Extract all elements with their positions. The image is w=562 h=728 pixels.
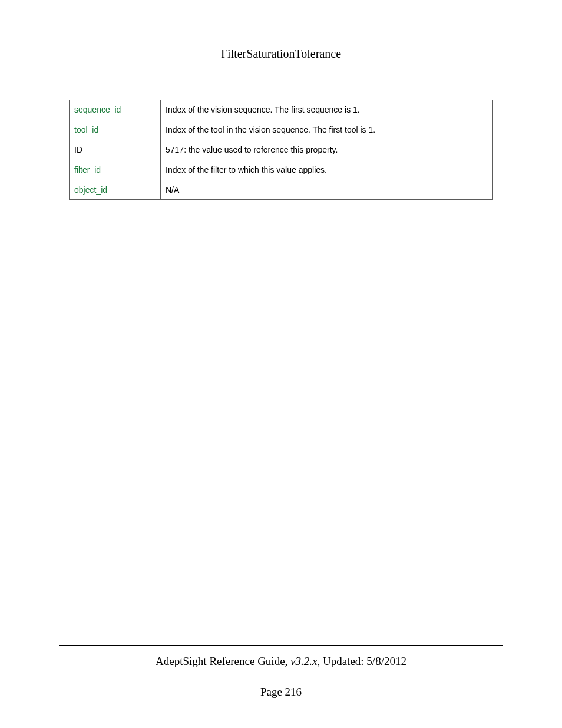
value-tool-id: Index of the tool in the vision sequence…: [161, 120, 493, 140]
table-row: filter_id Index of the filter to which t…: [70, 160, 493, 180]
footer-version: , v3.2.x: [285, 655, 318, 667]
page-footer: AdeptSight Reference Guide, v3.2.x, Upda…: [59, 645, 503, 699]
table-row: ID 5717: the value used to reference thi…: [70, 140, 493, 160]
table-row: object_id N/A: [70, 180, 493, 200]
page-title: FilterSaturationTolerance: [59, 47, 503, 61]
footer-divider: [59, 645, 503, 646]
title-divider: [59, 67, 503, 67]
table-row: sequence_id Index of the vision sequence…: [70, 100, 493, 120]
footer-updated: , Updated: 5/8/2012: [317, 655, 406, 667]
table-row: tool_id Index of the tool in the vision …: [70, 120, 493, 140]
reference-table: sequence_id Index of the vision sequence…: [69, 100, 493, 200]
footer-guide-name: AdeptSight Reference Guide: [156, 655, 285, 667]
key-id: ID: [70, 140, 161, 160]
value-id: 5717: the value used to reference this p…: [161, 140, 493, 160]
key-sequence-id: sequence_id: [70, 100, 161, 120]
document-page: FilterSaturationTolerance sequence_id In…: [0, 0, 562, 728]
footer-page-number: Page 216: [59, 686, 503, 699]
footer-reference-line: AdeptSight Reference Guide, v3.2.x, Upda…: [59, 655, 503, 668]
key-filter-id: filter_id: [70, 160, 161, 180]
key-tool-id: tool_id: [70, 120, 161, 140]
value-sequence-id: Index of the vision sequence. The first …: [161, 100, 493, 120]
value-object-id: N/A: [161, 180, 493, 200]
value-filter-id: Index of the filter to which this value …: [161, 160, 493, 180]
key-object-id: object_id: [70, 180, 161, 200]
